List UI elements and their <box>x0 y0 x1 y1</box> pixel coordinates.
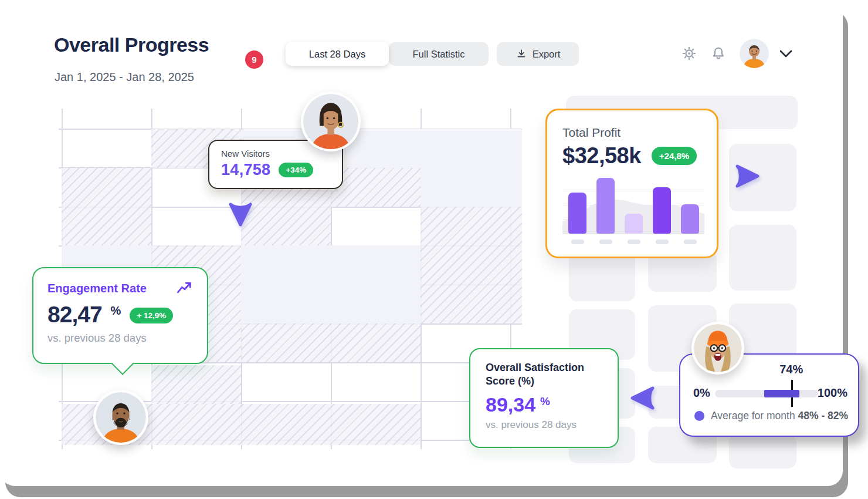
new-visitors-value: 14,758 <box>221 161 270 179</box>
slider-legend-range: 48% - 82% <box>798 410 849 422</box>
cursor-arrow-left-icon <box>630 385 656 411</box>
slider-legend: Average for month 48% - 82% <box>711 410 848 422</box>
slider-user-avatar <box>691 322 744 375</box>
trending-up-icon <box>177 281 193 295</box>
new-visitors-change-badge: +34% <box>279 163 313 177</box>
placeholder-tile <box>729 434 796 468</box>
engagement-rate-unit: % <box>111 304 121 318</box>
time-range-tabs: Last 28 DaysFull Statistic <box>286 42 489 66</box>
axis-label-placeholder <box>571 240 584 244</box>
placeholder-tile <box>729 225 796 291</box>
tab-full-statistic[interactable]: Full Statistic <box>389 42 489 66</box>
engagement-user-avatar-image <box>96 392 146 443</box>
page-title: Overall Progress <box>54 33 209 56</box>
new-visitors-title: New Visitors <box>221 149 330 159</box>
slider-user-avatar-image <box>694 324 742 372</box>
user-avatar-image <box>740 39 769 68</box>
dashboard-panel: Overall Progress Jan 1, 2025 - Jan 28, 2… <box>0 0 843 486</box>
chart-x-axis-placeholders <box>568 240 701 244</box>
axis-label-placeholder <box>628 240 640 244</box>
date-range: Jan 1, 2025 - Jan 28, 2025 <box>55 70 194 84</box>
profit-bar-5 <box>681 204 699 234</box>
total-profit-change-badge: +24,8% <box>652 147 697 165</box>
export-label: Export <box>533 49 561 60</box>
satisfaction-value: 89,34 <box>486 395 535 414</box>
cursor-arrow-down-icon <box>228 201 253 228</box>
satisfaction-title: Overall Satisfaction Score (%) <box>486 361 602 389</box>
gear-icon[interactable] <box>681 46 697 61</box>
export-button[interactable]: Export <box>497 42 579 66</box>
total-profit-card: Total Profit $32,58k +24,8% <box>545 109 718 258</box>
cursor-arrow-right-icon <box>734 163 760 189</box>
profit-bar-3 <box>625 214 643 234</box>
axis-label-placeholder <box>656 240 669 244</box>
visitor-avatar-image <box>303 94 358 149</box>
engagement-rate-change-badge: + 12,9% <box>130 308 173 323</box>
profit-bar-2 <box>596 178 615 234</box>
engagement-rate-note: vs. previous 28 days <box>48 332 193 345</box>
engagement-user-avatar <box>93 390 148 445</box>
slider-min-label: 0% <box>693 386 710 400</box>
visitor-avatar <box>301 92 361 151</box>
slider-current-value: 74% <box>779 363 803 376</box>
total-profit-value: $32,58k <box>562 143 641 168</box>
bell-icon[interactable] <box>711 46 726 61</box>
total-profit-title: Total Profit <box>562 126 701 140</box>
total-profit-bar-chart <box>562 177 704 234</box>
chevron-down-icon[interactable] <box>779 48 793 59</box>
engagement-rate-card: Engagement Rate 82,47 % + 12,9% vs. prev… <box>32 267 208 364</box>
engagement-rate-value: 82,47 <box>48 303 102 326</box>
satisfaction-unit: % <box>540 395 550 408</box>
slider-max-label: 100% <box>818 386 847 400</box>
slider-range-fill[interactable] <box>764 390 799 397</box>
engagement-rate-title: Engagement Rate <box>48 282 147 295</box>
satisfaction-card: Overall Satisfaction Score (%) 89,34 % v… <box>469 348 619 448</box>
user-avatar[interactable] <box>740 39 769 68</box>
profit-bar-4 <box>653 187 671 234</box>
slider-track[interactable] <box>715 390 818 397</box>
satisfaction-note: vs. previous 28 days <box>486 419 602 431</box>
notification-count-badge: 9 <box>244 49 265 70</box>
axis-label-placeholder <box>599 240 612 244</box>
download-icon <box>516 48 527 60</box>
profit-bar-1 <box>568 193 586 234</box>
tab-last-28-days[interactable]: Last 28 Days <box>286 42 389 66</box>
axis-label-placeholder <box>684 240 697 244</box>
legend-dot-icon <box>694 411 704 421</box>
